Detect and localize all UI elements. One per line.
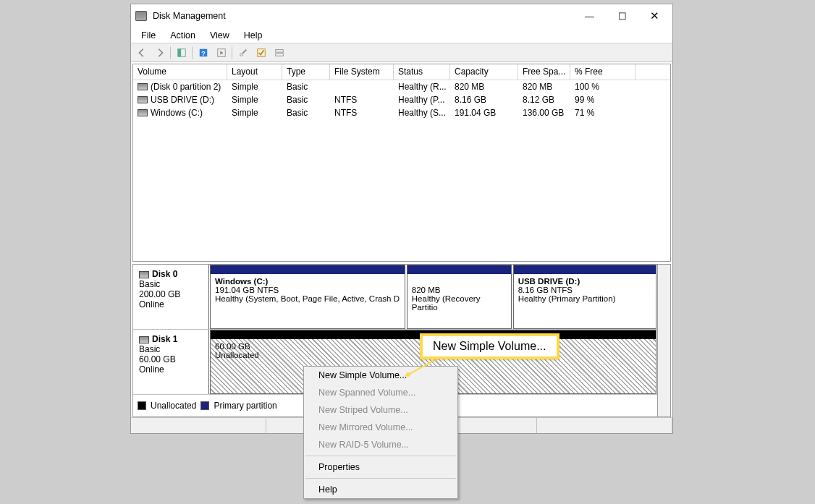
table-header: Volume Layout Type File System Status Ca… — [133, 64, 670, 80]
partition-windows-c[interactable]: Windows (C:)191.04 GB NTFSHealthy (Syste… — [210, 265, 405, 329]
menu-view[interactable]: View — [203, 29, 237, 42]
col-pct[interactable]: % Free — [570, 64, 635, 80]
table-row[interactable]: USB DRIVE (D:) Simple Basic NTFS Healthy… — [133, 93, 670, 106]
svg-rect-7 — [276, 50, 284, 53]
svg-point-5 — [240, 54, 243, 56]
settings-button[interactable] — [235, 46, 251, 60]
disk0-header[interactable]: Disk 0 Basic 200.00 GB Online — [133, 265, 209, 329]
col-free[interactable]: Free Spa... — [518, 64, 570, 80]
callout-tooltip: New Simple Volume... — [420, 333, 559, 359]
titlebar[interactable]: Disk Management — ☐ ✕ — [131, 4, 672, 27]
ctx-new-striped-volume: New Striped Volume... — [304, 401, 457, 419]
separator — [170, 46, 172, 59]
close-button[interactable]: ✕ — [638, 6, 671, 26]
disk0-row: Disk 0 Basic 200.00 GB Online Windows (C… — [133, 265, 657, 330]
col-volume[interactable]: Volume — [133, 64, 227, 80]
svg-text:?: ? — [201, 49, 206, 57]
table-row[interactable]: Windows (C:) Simple Basic NTFS Healthy (… — [133, 106, 670, 119]
col-status[interactable]: Status — [394, 64, 450, 80]
ctx-new-raid5-volume: New RAID-5 Volume... — [304, 436, 457, 453]
back-button[interactable] — [134, 46, 150, 60]
separator — [192, 46, 193, 59]
col-type[interactable]: Type — [282, 64, 330, 80]
separator — [305, 456, 456, 456]
ctx-new-spanned-volume: New Spanned Volume... — [304, 384, 457, 401]
legend-primary-label: Primary partition — [214, 401, 276, 411]
window-title: Disk Management — [153, 11, 573, 21]
layout-button[interactable] — [271, 46, 287, 60]
partition-usb-drive-d[interactable]: USB DRIVE (D:)8.16 GB NTFSHealthy (Prima… — [513, 265, 656, 329]
ctx-new-mirrored-volume: New Mirrored Volume... — [304, 419, 457, 436]
col-capacity[interactable]: Capacity — [450, 64, 518, 80]
app-icon — [135, 11, 147, 21]
maximize-button[interactable]: ☐ — [606, 6, 638, 26]
menu-help[interactable]: Help — [237, 29, 270, 42]
ctx-help[interactable]: Help — [304, 481, 457, 498]
volume-icon — [138, 96, 148, 103]
check-button[interactable] — [253, 46, 269, 60]
help-button[interactable]: ? — [195, 46, 211, 60]
separator — [232, 46, 233, 59]
menu-action[interactable]: Action — [163, 29, 203, 42]
volume-icon — [138, 83, 148, 90]
minimize-button[interactable]: — — [573, 6, 606, 26]
volume-icon — [138, 109, 148, 116]
svg-rect-8 — [276, 54, 284, 56]
scrollbar[interactable] — [657, 265, 670, 417]
svg-rect-1 — [178, 49, 181, 57]
run-button[interactable] — [214, 46, 229, 60]
col-fs[interactable]: File System — [330, 64, 394, 80]
legend-unallocated-swatch — [138, 401, 146, 410]
disk-icon — [139, 336, 149, 343]
volume-list: Volume Layout Type File System Status Ca… — [132, 64, 671, 262]
col-layout[interactable]: Layout — [227, 64, 282, 80]
menu-file[interactable]: File — [134, 29, 163, 42]
svg-point-10 — [406, 372, 410, 377]
legend-unallocated-label: Unallocated — [151, 401, 196, 411]
forward-button[interactable] — [152, 46, 168, 60]
show-hide-tree-button[interactable] — [174, 46, 190, 60]
disk-icon — [139, 271, 149, 278]
toolbar: ? — [131, 43, 672, 62]
ctx-properties[interactable]: Properties — [304, 458, 457, 476]
menubar: File Action View Help — [131, 27, 672, 43]
legend-primary-swatch — [200, 401, 209, 410]
separator — [305, 478, 456, 479]
context-menu: New Simple Volume... New Spanned Volume.… — [303, 366, 458, 499]
partition-recovery[interactable]: 820 MBHealthy (Recovery Partitio — [407, 265, 512, 329]
table-row[interactable]: (Disk 0 partition 2) Simple Basic Health… — [133, 80, 670, 93]
disk1-header[interactable]: Disk 1 Basic 60.00 GB Online — [133, 330, 209, 394]
